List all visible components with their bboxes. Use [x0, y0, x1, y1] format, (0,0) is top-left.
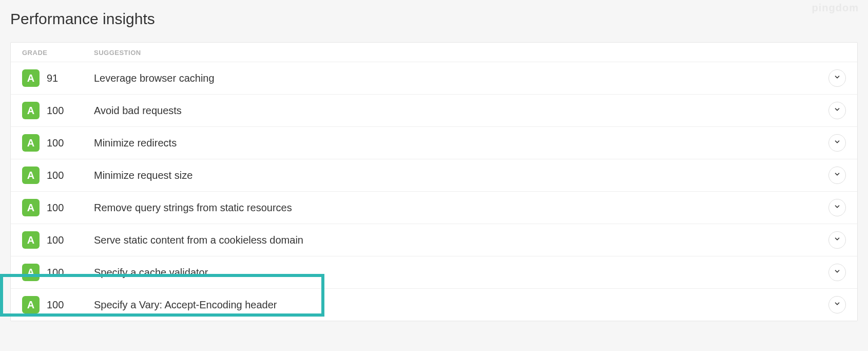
grade-score: 100 [47, 170, 64, 181]
suggestion-text: Serve static content from a cookieless d… [94, 234, 823, 246]
grade-badge: A [22, 231, 40, 249]
table-row[interactable]: A100Remove query strings from static res… [11, 192, 857, 224]
grade-cell: A100 [22, 167, 94, 184]
grade-badge: A [22, 199, 40, 216]
grade-badge: A [22, 296, 40, 313]
grade-cell: A100 [22, 231, 94, 249]
header-suggestion: SUGGESTION [94, 49, 823, 57]
suggestion-text: Avoid bad requests [94, 105, 823, 117]
grade-cell: A100 [22, 134, 94, 152]
table-row[interactable]: A100Avoid bad requests [11, 95, 857, 127]
expand-button[interactable] [828, 69, 846, 87]
grade-badge: A [22, 264, 40, 281]
expand-cell [823, 264, 846, 281]
expand-button[interactable] [828, 134, 846, 152]
expand-cell [823, 231, 846, 249]
suggestion-text: Remove query strings from static resourc… [94, 202, 823, 214]
expand-button[interactable] [828, 167, 846, 184]
chevron-down-icon [834, 73, 841, 83]
chevron-down-icon [834, 300, 841, 309]
watermark-text: pingdom [812, 2, 859, 14]
chevron-down-icon [834, 235, 841, 245]
grade-cell: A100 [22, 199, 94, 216]
table-row[interactable]: A100Minimize request size [11, 159, 857, 192]
expand-cell [823, 69, 846, 87]
insights-header-row: GRADE SUGGESTION [11, 43, 857, 62]
suggestion-text: Minimize request size [94, 170, 823, 181]
grade-badge: A [22, 102, 40, 119]
suggestion-text: Specify a Vary: Accept-Encoding header [94, 299, 823, 311]
grade-score: 100 [47, 137, 64, 149]
suggestion-text: Specify a cache validator [94, 267, 823, 279]
grade-score: 100 [47, 299, 64, 311]
page-title: Performance insights [10, 10, 858, 28]
grade-cell: A100 [22, 264, 94, 281]
grade-score: 100 [47, 105, 64, 117]
grade-cell: A91 [22, 69, 94, 87]
table-row[interactable]: A100Serve static content from a cookiele… [11, 224, 857, 256]
chevron-down-icon [834, 268, 841, 277]
grade-cell: A100 [22, 296, 94, 313]
chevron-down-icon [834, 138, 841, 147]
suggestion-text: Leverage browser caching [94, 72, 823, 84]
expand-button[interactable] [828, 102, 846, 119]
expand-button[interactable] [828, 231, 846, 249]
expand-button[interactable] [828, 296, 846, 313]
table-row[interactable]: A100Minimize redirects [11, 127, 857, 159]
header-grade: GRADE [22, 49, 94, 57]
grade-badge: A [22, 167, 40, 184]
expand-button[interactable] [828, 199, 846, 216]
chevron-down-icon [834, 171, 841, 180]
insights-table: GRADE SUGGESTION A91Leverage browser cac… [10, 42, 858, 321]
grade-score: 100 [47, 267, 64, 279]
grade-score: 91 [47, 72, 58, 84]
grade-badge: A [22, 134, 40, 152]
chevron-down-icon [834, 106, 841, 115]
expand-cell [823, 167, 846, 184]
grade-score: 100 [47, 202, 64, 214]
grade-cell: A100 [22, 102, 94, 119]
insights-rows: A91Leverage browser cachingA100Avoid bad… [11, 62, 857, 321]
page-container: Performance insights GRADE SUGGESTION A9… [0, 0, 868, 337]
expand-cell [823, 296, 846, 313]
table-row[interactable]: A100Specify a cache validator [11, 256, 857, 289]
suggestion-text: Minimize redirects [94, 137, 823, 149]
expand-cell [823, 134, 846, 152]
expand-cell [823, 199, 846, 216]
expand-cell [823, 102, 846, 119]
expand-button[interactable] [828, 264, 846, 281]
grade-badge: A [22, 69, 40, 87]
table-row[interactable]: A91Leverage browser caching [11, 62, 857, 95]
chevron-down-icon [834, 203, 841, 212]
table-row[interactable]: A100Specify a Vary: Accept-Encoding head… [11, 289, 857, 321]
grade-score: 100 [47, 234, 64, 246]
